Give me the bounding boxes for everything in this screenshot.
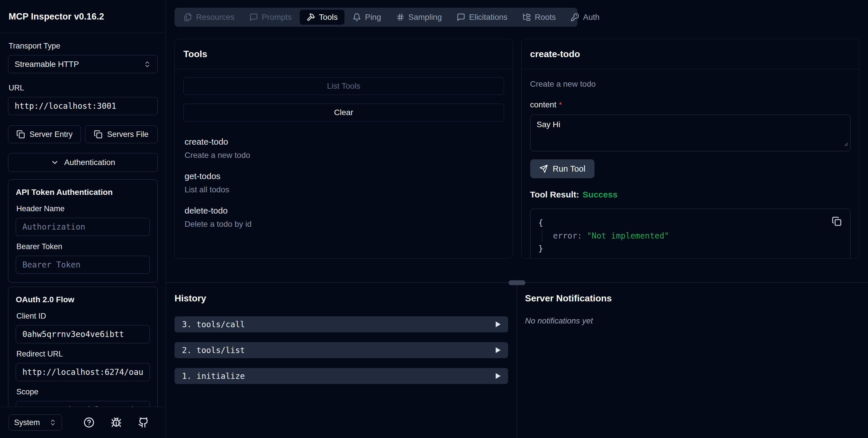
tool-name: get-todos xyxy=(185,171,503,181)
sidebar: MCP Inspector v0.16.2 Transport Type Str… xyxy=(0,0,166,438)
tool-item-get-todos[interactable]: get-todos List all todos xyxy=(183,167,504,202)
tab-elicitations[interactable]: Elicitations xyxy=(450,10,515,25)
send-icon xyxy=(539,164,548,173)
tab-resources[interactable]: Resources xyxy=(177,10,241,25)
oauth-flow-section: OAuth 2.0 Flow Client ID Redirect URL Sc… xyxy=(8,287,158,407)
run-tool-button[interactable]: Run Tool xyxy=(530,159,595,178)
horizontal-splitter xyxy=(166,282,868,283)
servers-file-button[interactable]: Servers File xyxy=(85,125,158,143)
transport-type-value: Streamable HTTP xyxy=(14,60,79,69)
tool-name: create-todo xyxy=(185,137,503,147)
sidebar-header: MCP Inspector v0.16.2 xyxy=(0,0,166,33)
history-item-label: 2. tools/list xyxy=(182,346,245,355)
server-entry-label: Server Entry xyxy=(30,130,73,139)
key-icon xyxy=(570,13,579,22)
hash-icon xyxy=(396,13,405,22)
content-field-label: content * xyxy=(530,100,851,110)
history-item-label: 1. initialize xyxy=(182,371,245,381)
json-close-brace: } xyxy=(538,242,842,255)
tab-resources-label: Resources xyxy=(196,12,235,22)
tab-ping-label: Ping xyxy=(365,12,381,22)
tab-auth[interactable]: Auth xyxy=(564,10,607,25)
json-key: error: xyxy=(553,231,582,241)
oauth-flow-title: OAuth 2.0 Flow xyxy=(16,295,150,304)
history-item-label: 3. tools/call xyxy=(182,320,245,329)
scope-label: Scope xyxy=(17,387,150,396)
history-item-tools-call[interactable]: 3. tools/call xyxy=(175,316,508,333)
api-token-auth-section: API Token Authentication Header Name Bea… xyxy=(8,179,158,283)
tab-prompts[interactable]: Prompts xyxy=(243,10,299,25)
files-icon xyxy=(184,13,192,22)
content-input[interactable]: Say Hi xyxy=(530,115,851,151)
server-notifications-title: Server Notifications xyxy=(525,293,859,304)
copy-result-button[interactable] xyxy=(832,216,842,226)
history-title: History xyxy=(175,293,508,304)
expand-arrow-icon xyxy=(496,321,501,327)
tools-panel: Tools List Tools Clear create-todo Creat… xyxy=(175,39,513,259)
json-body: error: "Not implemented" xyxy=(542,229,842,242)
github-button[interactable] xyxy=(138,417,149,428)
tool-result-row: Tool Result: Success xyxy=(530,190,851,199)
authentication-toggle[interactable]: Authentication xyxy=(8,153,158,172)
hammer-icon xyxy=(307,13,315,22)
history-item-tools-list[interactable]: 2. tools/list xyxy=(175,342,508,358)
sidebar-footer: System xyxy=(0,407,166,438)
tab-tools-label: Tools xyxy=(319,12,338,22)
list-tools-label: List Tools xyxy=(327,82,360,91)
app-title: MCP Inspector v0.16.2 xyxy=(9,11,157,22)
json-open-brace: { xyxy=(538,216,842,229)
resize-grip-icon[interactable] xyxy=(843,139,848,148)
chevrons-up-down-icon xyxy=(49,419,57,426)
tool-result-json: { error: "Not implemented" } xyxy=(530,209,851,258)
chevron-down-icon xyxy=(51,158,59,167)
tab-ping[interactable]: Ping xyxy=(346,10,388,25)
tool-item-delete-todo[interactable]: delete-todo Delete a todo by id xyxy=(183,202,504,236)
tool-item-create-todo[interactable]: create-todo Create a new todo xyxy=(183,133,504,167)
help-button[interactable] xyxy=(84,417,94,428)
list-tools-button[interactable]: List Tools xyxy=(183,77,504,95)
circle-help-icon xyxy=(84,417,94,428)
history-item-initialize[interactable]: 1. initialize xyxy=(175,368,508,384)
tab-sampling-label: Sampling xyxy=(408,12,442,22)
url-label: URL xyxy=(9,84,158,92)
tool-detail-panel: create-todo Create a new todo content * … xyxy=(521,39,860,259)
transport-type-label: Transport Type xyxy=(9,42,158,51)
tool-list: create-todo Create a new todo get-todos … xyxy=(183,133,504,236)
tab-tools[interactable]: Tools xyxy=(300,10,344,25)
tool-result-status: Success xyxy=(583,190,618,199)
scope-input[interactable] xyxy=(16,401,150,407)
tab-prompts-label: Prompts xyxy=(262,12,291,22)
tab-elicitations-label: Elicitations xyxy=(469,12,507,22)
bell-icon xyxy=(352,13,361,22)
no-notifications-text: No notifications yet xyxy=(525,316,859,325)
required-mark: * xyxy=(559,100,562,110)
url-input[interactable] xyxy=(8,97,158,115)
debug-button[interactable] xyxy=(111,417,122,428)
copy-icon xyxy=(832,216,842,226)
tab-roots-label: Roots xyxy=(535,12,556,22)
tab-sampling[interactable]: Sampling xyxy=(389,10,449,25)
redirect-url-input[interactable] xyxy=(16,363,150,381)
clear-label: Clear xyxy=(334,108,353,117)
tool-detail-description: Create a new todo xyxy=(530,80,851,89)
theme-select[interactable]: System xyxy=(9,414,62,431)
splitter-handle[interactable] xyxy=(508,280,525,285)
clear-button[interactable]: Clear xyxy=(183,104,504,121)
header-name-input[interactable] xyxy=(16,218,150,236)
github-icon xyxy=(138,417,149,428)
bearer-token-input[interactable] xyxy=(16,256,150,274)
bearer-token-label: Bearer Token xyxy=(17,242,150,251)
client-id-input[interactable] xyxy=(16,325,150,343)
tab-bar: Resources Prompts Tools Ping Sampling El… xyxy=(175,8,578,27)
folder-tree-icon xyxy=(522,13,531,22)
run-tool-label: Run Tool xyxy=(553,164,586,174)
servers-file-label: Servers File xyxy=(107,130,148,139)
transport-type-select[interactable]: Streamable HTTP xyxy=(8,55,158,73)
tab-roots[interactable]: Roots xyxy=(516,10,563,25)
json-value: "Not implemented" xyxy=(587,231,670,241)
authentication-toggle-label: Authentication xyxy=(64,158,115,167)
server-notifications-panel: Server Notifications No notifications ye… xyxy=(517,283,868,438)
api-token-auth-title: API Token Authentication xyxy=(16,188,150,197)
server-entry-button[interactable]: Server Entry xyxy=(8,125,81,143)
copy-icon xyxy=(17,130,25,138)
